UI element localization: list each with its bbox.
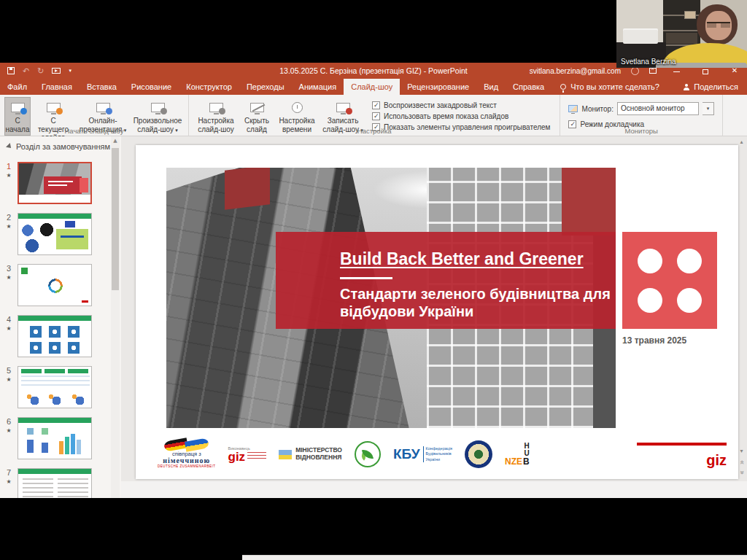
tab-slideshow[interactable]: Слайд-шоу (344, 79, 400, 95)
tab-help[interactable]: Справка (506, 79, 551, 95)
animation-star-icon: ★ (3, 325, 15, 332)
tab-insert[interactable]: Вставка (80, 79, 124, 95)
slide-row-4: 4 ★ (0, 315, 109, 360)
lightbulb-icon (560, 84, 566, 90)
current-slide-canvas[interactable]: Build Back Better and Greener Стандарти … (136, 145, 738, 479)
giz-red-bar (637, 443, 727, 446)
custom-slideshow-icon (151, 99, 165, 115)
previous-slide-icon[interactable]: « (738, 458, 746, 467)
slide-thumbnail-2[interactable] (18, 213, 92, 255)
account-avatar-icon[interactable] (631, 67, 639, 75)
editor-scrollbar[interactable]: ▴ ▾ « » (737, 139, 746, 478)
slideshow-options: Воспроизвести закадровый текст Использов… (366, 97, 556, 131)
giz-tagline-lines (247, 452, 266, 461)
animation-star-icon: ★ (3, 478, 15, 485)
animation-star-icon: ★ (3, 223, 15, 230)
ribbon-group-setup: Настройка слайд-шоу Скрыть слайд Настрой… (189, 95, 560, 136)
webcam-video[interactable]: Svetlana Berzina (616, 0, 747, 68)
setup-slideshow-icon (209, 99, 223, 115)
minimize-icon (673, 71, 680, 72)
hide-slide-icon (250, 99, 264, 115)
slide-number: 2 (3, 213, 15, 222)
title-banner[interactable]: Build Back Better and Greener Стандарти … (276, 232, 616, 329)
tab-view[interactable]: Вид (476, 79, 506, 95)
slide-thumbnail-7[interactable] (18, 468, 92, 498)
save-icon[interactable] (7, 67, 15, 74)
slide-row-7: 7 ★ (0, 468, 109, 498)
slide-row-1: 1 ★ (0, 162, 109, 207)
animation-star-icon: ★ (3, 427, 15, 434)
next-slide-icon[interactable]: » (738, 468, 746, 478)
tab-draw[interactable]: Рисование (124, 79, 179, 95)
slide-row-5: 5 ★ (0, 366, 109, 411)
scroll-down-icon[interactable]: ▾ (737, 448, 746, 454)
dot (638, 288, 662, 313)
scroll-up-icon[interactable]: ▴ (737, 139, 746, 145)
slide-thumbnail-panel: Розділ за замовчуванням 1 ★ 2 ★ 3 ★ 4 ★ (0, 136, 121, 498)
maximize-icon (703, 69, 708, 74)
slide-number: 3 (3, 264, 15, 273)
tell-me-box[interactable]: Что вы хотите сделать? (560, 79, 659, 95)
ribbon-display-options-icon[interactable] (649, 68, 657, 74)
panel-scrollbar[interactable]: ▲ (111, 136, 120, 498)
close-button[interactable]: ✕ (725, 67, 744, 74)
slide-number: 7 (3, 468, 15, 477)
account-email[interactable]: svitlana.berzina@gmail.com (530, 67, 621, 75)
animation-star-icon: ★ (3, 376, 15, 383)
giz-brand-mark: giz (637, 443, 727, 466)
play-narrations-checkbox[interactable]: Воспроизвести закадровый текст (372, 101, 550, 109)
ministry-of-restoration-logo: МІНІСТЕРСТВО ВІДНОВЛЕННЯ (279, 447, 342, 462)
scroll-up-icon[interactable]: ▲ (111, 138, 120, 144)
notes-bar[interactable]: Щелкните, чтобы добавить заметки (242, 555, 747, 560)
slide-number: 4 (3, 315, 15, 324)
slide-thumbnail-4[interactable] (18, 315, 92, 357)
dot (638, 249, 662, 273)
partner-logo-strip: співпраця з німеччиною DEUTSCHE ZUSAMMEN… (158, 435, 727, 473)
scrollbar-thumb[interactable] (112, 148, 119, 290)
slide-thumbnail-3[interactable] (18, 264, 92, 306)
tab-file[interactable]: Файл (0, 79, 34, 95)
section-collapse-icon (6, 143, 13, 150)
monitor-select-arrow-icon[interactable]: ▾ (703, 102, 714, 115)
slide-row-3: 3 ★ (0, 264, 109, 309)
from-current-slide-icon (47, 99, 61, 115)
share-button[interactable]: Поделиться (684, 79, 738, 95)
tab-design[interactable]: Конструктор (179, 79, 239, 95)
redo-icon[interactable]: ↻ (37, 67, 44, 75)
powerpoint-window: ↶ ↻ ▾ 13.05.2025 С. Берзіна (презентація… (0, 63, 747, 498)
glasses (707, 22, 730, 28)
checkbox-checked-icon (372, 112, 380, 120)
tab-home[interactable]: Главная (34, 79, 80, 95)
person-icon (684, 88, 689, 90)
university-seal-icon (465, 440, 492, 468)
slide-thumbnail-6[interactable] (18, 417, 92, 459)
group-label-monitors: Мониторы (560, 127, 721, 135)
use-timings-checkbox[interactable]: Использовать время показа слайдов (372, 112, 550, 120)
share-label: Поделиться (694, 82, 738, 91)
from-start-icon (11, 99, 25, 115)
slide-thumbnail-1[interactable] (18, 162, 92, 204)
slide-number: 6 (3, 417, 15, 426)
animation-star-icon: ★ (3, 172, 15, 179)
slide-row-6: 6 ★ (0, 417, 109, 462)
start-slideshow-icon[interactable] (52, 68, 61, 74)
monitor-select[interactable]: Основной монитор (617, 102, 699, 115)
undo-icon[interactable]: ↶ (23, 67, 29, 75)
ribbon: С начала С текущего слайда Онлайн-презен… (0, 95, 747, 136)
tab-transitions[interactable]: Переходы (239, 79, 292, 95)
slide-thumbnail-5[interactable] (18, 366, 92, 408)
slide-subtitle: Стандарти зеленого будівництва для відбу… (340, 286, 611, 320)
customize-qat-icon[interactable]: ▾ (69, 69, 71, 74)
title-divider (340, 277, 392, 279)
tab-review[interactable]: Рецензирование (400, 79, 476, 95)
group-label-start-slideshow: Начать слайд-шоу (0, 127, 188, 135)
photo-red-section (562, 168, 616, 236)
ribbon-group-monitors: Монитор: Основной монитор ▾ Режим доклад… (560, 95, 722, 136)
screen: ↶ ↻ ▾ 13.05.2025 С. Берзіна (презентація… (0, 0, 747, 560)
section-title: Розділ за замовчуванням (16, 142, 110, 151)
section-header[interactable]: Розділ за замовчуванням (7, 142, 110, 151)
slide-number: 1 (3, 162, 15, 171)
tab-animations[interactable]: Анимация (292, 79, 344, 95)
monitor-row: Монитор: Основной монитор ▾ (568, 102, 713, 115)
dot (677, 288, 702, 313)
